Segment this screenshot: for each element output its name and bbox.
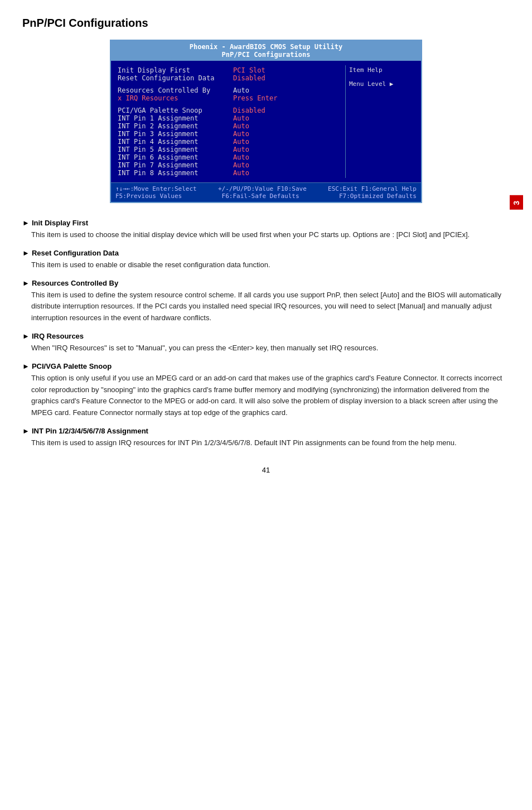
bios-footer-value: +/-/PU/PD:Value F10:Save bbox=[218, 185, 307, 192]
bios-label-irq: x IRQ Resources bbox=[118, 94, 224, 102]
bios-footer-esc: ESC:Exit F1:General Help bbox=[328, 185, 417, 192]
doc-body-palette: This option is only useful if you use an… bbox=[31, 373, 510, 419]
bios-val-auto6: Auto bbox=[233, 153, 340, 161]
doc-section-reset: ► Reset Configuration Data This item is … bbox=[22, 249, 510, 271]
bios-footer-nav: ↑↓→←:Move Enter:Select bbox=[115, 185, 197, 192]
bios-label-palette: PCI/VGA Palette Snoop bbox=[118, 107, 224, 114]
bios-footer: ↑↓→←:Move Enter:Select +/-/PU/PD:Value F… bbox=[111, 182, 421, 202]
bios-menu-level: Menu Level ▶ bbox=[349, 80, 414, 88]
arrow-icon: ► bbox=[22, 219, 30, 227]
bios-label-int5: INT Pin 5 Assignment bbox=[118, 146, 224, 153]
bios-val-auto2: Auto bbox=[233, 122, 340, 130]
bios-val-pci-slot: PCI Slot bbox=[233, 66, 340, 74]
doc-section-resources: ► Resources Controlled By This item is u… bbox=[22, 279, 510, 324]
doc-title-irq: ► IRQ Resources bbox=[22, 332, 510, 340]
bios-header-line1: Phoenix - AwardBIOS CMOS Setup Utility bbox=[111, 43, 421, 51]
bios-left-col: Init Display First Reset Configuration D… bbox=[114, 65, 228, 178]
doc-section-init: ► Init Display First This item is used t… bbox=[22, 219, 510, 241]
bios-footer-f7: F7:Optimized Defaults bbox=[339, 192, 417, 200]
bios-val-auto8: Auto bbox=[233, 169, 340, 177]
bios-val-disabled-reset: Disabled bbox=[233, 74, 340, 82]
bios-val-auto3: Auto bbox=[233, 130, 340, 138]
bios-header: Phoenix - AwardBIOS CMOS Setup Utility P… bbox=[111, 41, 421, 61]
bios-header-line2: PnP/PCI Configurations bbox=[111, 51, 421, 59]
bios-item-help: Item Help bbox=[349, 66, 414, 74]
arrow-icon: ► bbox=[22, 427, 30, 435]
arrow-icon: ► bbox=[22, 279, 30, 287]
bios-body: Init Display First Reset Configuration D… bbox=[111, 61, 421, 182]
doc-title-palette: ► PCI/VGA Palette Snoop bbox=[22, 362, 510, 370]
bios-footer-f6: F6:Fail-Safe Defaults bbox=[222, 192, 299, 200]
bios-footer-f5: F5:Previous Values bbox=[115, 192, 182, 200]
doc-body-resources: This item is used to define the system r… bbox=[31, 290, 510, 324]
doc-body-irq: When "IRQ Resources" is set to "Manual",… bbox=[31, 343, 510, 354]
bios-label-int6: INT Pin 6 Assignment bbox=[118, 153, 224, 161]
doc-title-resources: ► Resources Controlled By bbox=[22, 279, 510, 287]
bios-val-auto5: Auto bbox=[233, 146, 340, 153]
doc-body-int: This item is used to assign IRQ resource… bbox=[31, 437, 510, 449]
bios-val-auto1: Auto bbox=[233, 114, 340, 122]
doc-section-palette: ► PCI/VGA Palette Snoop This option is o… bbox=[22, 362, 510, 419]
doc-section-int: ► INT Pin 1/2/3/4/5/6/7/8 Assignment Thi… bbox=[22, 427, 510, 449]
doc-title-reset: ► Reset Configuration Data bbox=[22, 249, 510, 257]
bios-val-disabled-palette: Disabled bbox=[233, 107, 340, 114]
page-title: PnP/PCI Configurations bbox=[22, 17, 510, 30]
bios-label-int2: INT Pin 2 Assignment bbox=[118, 122, 224, 130]
doc-section-irq: ► IRQ Resources When "IRQ Resources" is … bbox=[22, 332, 510, 354]
page-number: 41 bbox=[22, 466, 510, 474]
arrow-icon: ► bbox=[22, 332, 30, 340]
doc-body-init: This item is used to choose the initial … bbox=[31, 229, 510, 241]
bios-label-int4: INT Pin 4 Assignment bbox=[118, 138, 224, 146]
bios-label-int7: INT Pin 7 Assignment bbox=[118, 161, 224, 169]
bios-right-col: Item Help Menu Level ▶ bbox=[345, 65, 418, 178]
bios-val-auto4: Auto bbox=[233, 138, 340, 146]
doc-body-reset: This item is used to enable or disable t… bbox=[31, 259, 510, 271]
bios-label-int8: INT Pin 8 Assignment bbox=[118, 169, 224, 177]
bios-label-int3: INT Pin 3 Assignment bbox=[118, 130, 224, 138]
bios-label-int1: INT Pin 1 Assignment bbox=[118, 114, 224, 122]
side-tab: 3 bbox=[510, 195, 523, 210]
bios-center-col: PCI Slot Disabled Auto Press Enter Disab… bbox=[230, 65, 343, 178]
bios-val-auto-resources: Auto bbox=[233, 86, 340, 94]
arrow-icon: ► bbox=[22, 249, 30, 257]
doc-title-int: ► INT Pin 1/2/3/4/5/6/7/8 Assignment bbox=[22, 427, 510, 435]
bios-val-auto7: Auto bbox=[233, 161, 340, 169]
bios-val-press-enter: Press Enter bbox=[233, 94, 340, 102]
bios-screen: Phoenix - AwardBIOS CMOS Setup Utility P… bbox=[110, 40, 422, 203]
bios-label-reset: Reset Configuration Data bbox=[118, 74, 224, 82]
arrow-icon: ► bbox=[22, 362, 30, 370]
bios-label-resources: Resources Controlled By bbox=[118, 86, 224, 94]
bios-label-init: Init Display First bbox=[118, 66, 224, 74]
doc-title-init: ► Init Display First bbox=[22, 219, 510, 227]
